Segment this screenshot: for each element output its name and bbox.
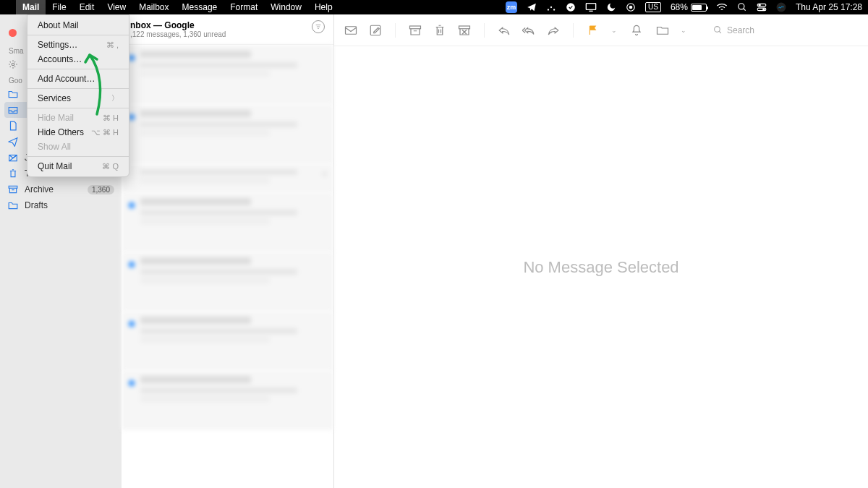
unread-dot-icon bbox=[129, 202, 135, 208]
filter-button[interactable] bbox=[312, 20, 325, 33]
mailbox-title: nbox — Google bbox=[130, 20, 226, 30]
menu-help[interactable]: Help bbox=[308, 0, 339, 14]
message-row[interactable] bbox=[122, 311, 333, 370]
archive-button[interactable] bbox=[409, 25, 422, 36]
input-source[interactable]: US bbox=[645, 2, 661, 12]
message-row[interactable] bbox=[122, 104, 333, 163]
sidebar-item-archive[interactable]: Archive 1,360 bbox=[0, 181, 122, 197]
telegram-icon[interactable] bbox=[527, 2, 537, 12]
toolbar: ⌄ ⌄ Search bbox=[334, 14, 868, 46]
message-row[interactable]: ◇ bbox=[122, 163, 333, 192]
menu-add-account[interactable]: Add Account… bbox=[27, 72, 129, 86]
search-placeholder: Search bbox=[727, 25, 754, 35]
close-window-button[interactable] bbox=[9, 29, 17, 37]
forward-button[interactable] bbox=[547, 25, 560, 36]
message-list: nbox — Google ,122 messages, 1,360 unrea… bbox=[122, 14, 334, 488]
svg-line-29 bbox=[719, 31, 721, 33]
menubar-right: zm US 68% Thu Apr 25 17:28 bbox=[506, 1, 862, 13]
menu-file[interactable]: File bbox=[46, 0, 72, 14]
control-center-icon[interactable] bbox=[757, 3, 767, 12]
delete-button[interactable] bbox=[433, 25, 446, 36]
flag-button[interactable] bbox=[587, 25, 600, 36]
move-button[interactable] bbox=[656, 25, 669, 36]
folder-icon bbox=[7, 90, 19, 98]
mailbox-subtitle: ,122 messages, 1,360 unread bbox=[130, 30, 226, 38]
reply-all-button[interactable] bbox=[522, 25, 535, 36]
mute-button[interactable] bbox=[630, 25, 643, 36]
search-icon bbox=[713, 25, 723, 35]
search-field[interactable]: Search bbox=[713, 25, 858, 35]
mail-app: Sma Goo Junk 13 Trash Ar bbox=[0, 14, 868, 488]
menu-format[interactable]: Format bbox=[224, 0, 264, 14]
chevron-down-icon[interactable]: ⌄ bbox=[681, 27, 686, 34]
svg-point-15 bbox=[12, 63, 14, 66]
message-row[interactable] bbox=[122, 252, 333, 311]
menubar: Mail File Edit View Mailbox Message Form… bbox=[0, 0, 868, 14]
wifi-icon[interactable] bbox=[716, 3, 728, 12]
document-icon bbox=[7, 121, 19, 131]
record-icon[interactable] bbox=[626, 2, 636, 12]
menu-view[interactable]: View bbox=[101, 0, 132, 14]
message-viewer: No Message Selected bbox=[334, 46, 868, 488]
menu-about-mail[interactable]: About Mail bbox=[27, 18, 129, 33]
spotlight-icon[interactable] bbox=[737, 2, 747, 12]
message-row[interactable] bbox=[122, 45, 333, 104]
unread-dot-icon bbox=[129, 262, 135, 267]
menubar-datetime[interactable]: Thu Apr 25 17:28 bbox=[796, 2, 862, 12]
junk-icon bbox=[7, 153, 19, 163]
unread-dot-icon bbox=[129, 114, 135, 120]
check-circle-icon[interactable] bbox=[566, 2, 576, 12]
svg-rect-25 bbox=[459, 26, 470, 29]
battery-percent: 68% bbox=[671, 2, 688, 12]
menu-hide-others[interactable]: Hide Others⌥ ⌘ H bbox=[27, 125, 129, 140]
svg-point-1 bbox=[550, 7, 552, 8]
gear-icon bbox=[7, 59, 19, 69]
svg-line-9 bbox=[744, 9, 746, 11]
moon-icon[interactable] bbox=[606, 2, 616, 12]
unread-dot-icon bbox=[129, 55, 135, 61]
unread-dot-icon bbox=[129, 380, 135, 386]
battery-icon bbox=[691, 4, 707, 12]
star-icon: ◇ bbox=[322, 169, 328, 177]
menu-message[interactable]: Message bbox=[176, 0, 224, 14]
message-list-header: nbox — Google ,122 messages, 1,360 unrea… bbox=[122, 14, 333, 45]
junk-button[interactable] bbox=[458, 25, 471, 36]
archive-icon bbox=[7, 185, 19, 194]
dots-icon[interactable] bbox=[546, 2, 556, 12]
svg-rect-4 bbox=[586, 4, 595, 10]
sidebar-item-drafts[interactable]: Drafts bbox=[0, 197, 122, 213]
paperplane-icon bbox=[7, 137, 19, 147]
trash-icon bbox=[7, 168, 19, 179]
siri-icon[interactable] bbox=[776, 2, 786, 12]
sidebar-label: Archive bbox=[25, 184, 82, 194]
svg-point-12 bbox=[759, 4, 760, 6]
empty-state-text: No Message Selected bbox=[523, 258, 678, 277]
menu-mail[interactable]: Mail bbox=[16, 0, 46, 14]
battery-indicator[interactable]: 68% bbox=[671, 2, 707, 12]
display-icon[interactable] bbox=[585, 2, 597, 12]
chevron-down-icon[interactable]: ⌄ bbox=[611, 27, 617, 34]
inbox-icon bbox=[7, 106, 19, 114]
menu-accounts[interactable]: Accounts… bbox=[27, 52, 129, 67]
sidebar-label: Drafts bbox=[25, 200, 114, 210]
menu-quit-mail[interactable]: Quit Mail⌘ Q bbox=[27, 159, 129, 174]
message-items[interactable]: ◇ bbox=[122, 45, 333, 429]
zoom-icon[interactable]: zm bbox=[506, 1, 517, 13]
menu-mailbox[interactable]: Mailbox bbox=[132, 0, 175, 14]
menu-services[interactable]: Services〉 bbox=[27, 91, 129, 106]
message-row[interactable] bbox=[122, 192, 333, 252]
message-row[interactable] bbox=[122, 370, 333, 429]
menu-window[interactable]: Window bbox=[264, 0, 308, 14]
get-mail-button[interactable] bbox=[344, 25, 357, 36]
menu-settings[interactable]: Settings…⌘ , bbox=[27, 38, 129, 52]
menubar-left: Mail File Edit View Mailbox Message Form… bbox=[6, 0, 339, 14]
compose-button[interactable] bbox=[369, 25, 382, 36]
svg-point-3 bbox=[566, 3, 575, 12]
svg-point-28 bbox=[715, 27, 720, 33]
svg-rect-24 bbox=[410, 26, 421, 29]
menu-edit[interactable]: Edit bbox=[73, 0, 101, 14]
folder-icon bbox=[7, 201, 19, 210]
svg-rect-22 bbox=[346, 26, 357, 34]
svg-point-2 bbox=[553, 9, 555, 10]
reply-button[interactable] bbox=[498, 25, 511, 36]
